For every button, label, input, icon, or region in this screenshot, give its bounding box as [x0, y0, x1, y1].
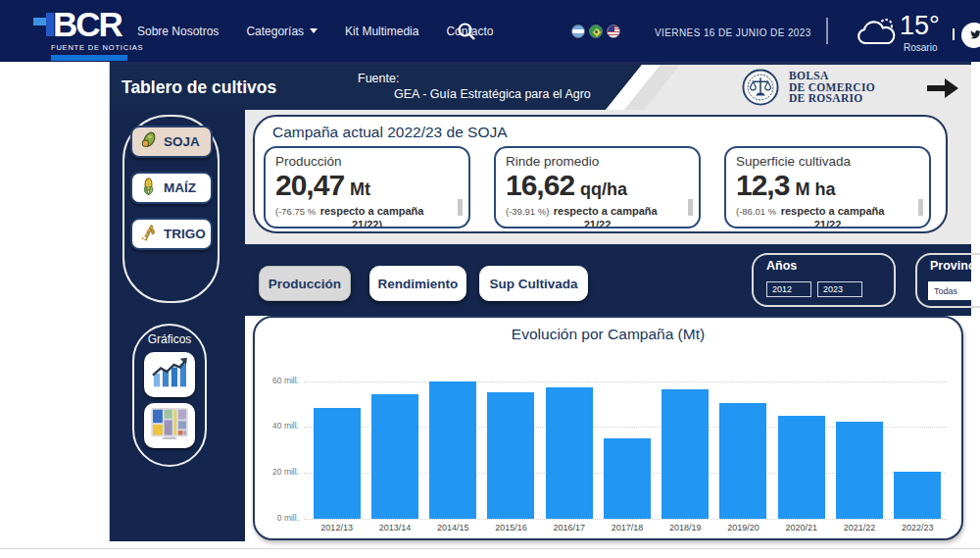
crop-label: MAÍZ: [164, 180, 196, 195]
crop-button-maiz[interactable]: MAÍZ: [130, 172, 213, 204]
years-filter: Años 2012 2023: [752, 253, 896, 307]
bar-slot: 2013/14: [366, 318, 423, 519]
nav-link-sobre-nosotros[interactable]: Sobre Nosotros: [137, 25, 219, 38]
search-icon[interactable]: [457, 22, 476, 41]
argentina-flag-icon[interactable]: [571, 25, 585, 38]
tab-rendimiento[interactable]: Rendimiento: [369, 266, 466, 301]
dashboard-header: Tablero de cultivos Fuente: GEA - Guía E…: [110, 65, 971, 110]
bar-2021/22[interactable]: [836, 422, 883, 519]
chevron-down-icon: [310, 28, 318, 33]
crop-button-trigo[interactable]: TRIGO: [130, 218, 213, 250]
bar-2015/16[interactable]: [487, 392, 534, 519]
rinde-unit: qq/ha: [580, 179, 627, 200]
temperature-value: 15°: [900, 11, 940, 41]
treemap-view-button[interactable]: [144, 403, 195, 448]
nav-link-categorias[interactable]: Categorías: [246, 25, 318, 38]
brazil-flag-icon[interactable]: [589, 25, 603, 38]
weather-city: Rosario: [904, 42, 937, 53]
bar-2022/23[interactable]: [894, 472, 941, 519]
top-navbar: BCR FUENTE DE NOTICIAS Sobre Nosotros Ca…: [0, 0, 980, 62]
superficie-unit: M ha: [795, 179, 835, 200]
wheat-icon: [138, 223, 159, 246]
superficie-value: 12,3: [736, 170, 789, 201]
twitter-icon[interactable]: [961, 23, 980, 48]
tablero-de-cultivos-dashboard: Tablero de cultivos Fuente: GEA - Guía E…: [110, 62, 971, 541]
nav-links: Sobre Nosotros Categorías Kit Multimedia…: [137, 0, 493, 62]
year-to-input[interactable]: 2023: [817, 281, 862, 297]
bcr-seal-icon: [742, 69, 779, 110]
bar-2018/19[interactable]: [662, 389, 709, 519]
usa-flag-icon[interactable]: [607, 25, 620, 38]
bar-2012/13[interactable]: [314, 408, 361, 519]
bar-2013/14[interactable]: [371, 394, 418, 519]
next-arrow-icon[interactable]: [926, 77, 959, 103]
bar-slot: 2018/19: [657, 318, 714, 519]
bar-chart-view-button[interactable]: [144, 352, 195, 397]
logo-tagline: FUENTE DE NOTICIAS: [51, 43, 143, 52]
cloudy-weather-icon: [853, 17, 898, 52]
tab-produccion[interactable]: Producción: [259, 266, 351, 301]
produccion-value: 20,47: [275, 170, 344, 201]
tabs-filters-section: Producción Rendimiento Sup Cultivada Año…: [245, 244, 971, 316]
bar-2014/15[interactable]: [429, 381, 476, 519]
bar-2017/18[interactable]: [604, 438, 651, 519]
card-scrollbar[interactable]: [688, 199, 693, 216]
treemap-icon: [150, 407, 189, 444]
card-scrollbar[interactable]: [458, 199, 463, 216]
campaign-section: Campaña actual 2022/23 de SOJA Producció…: [245, 110, 971, 244]
y-tick-label: 0 mill.: [255, 513, 299, 523]
org-name: BOLSA DE COMERCIO DE ROSARIO: [789, 71, 875, 105]
card-produccion: Producción 20,47 Mt (-76.75 % respecto a…: [264, 146, 470, 228]
gridline-0: [304, 519, 947, 520]
dashboard-title: Tablero de cultivos: [122, 65, 276, 110]
card-scrollbar[interactable]: [918, 199, 923, 216]
bar-2020/21[interactable]: [778, 416, 825, 519]
y-tick-label: 20 mill.: [255, 467, 299, 477]
bar-2019/20[interactable]: [719, 403, 766, 519]
provinces-filter-label: Provincias: [930, 259, 980, 273]
provinces-filter: Provincias Todas: [915, 253, 980, 308]
campaign-panel: Campaña actual 2022/23 de SOJA Producció…: [253, 115, 948, 233]
bar-slot: 2012/13: [308, 318, 366, 519]
soybean-icon: [138, 130, 159, 154]
charts-group-label: Gráficos: [134, 332, 205, 346]
bar-slot: 2016/17: [540, 318, 598, 519]
bar-2016/17[interactable]: [546, 387, 593, 519]
language-flags: [571, 25, 620, 38]
bcr-news-logo[interactable]: BCR FUENTE DE NOTICIAS: [33, 7, 143, 61]
bar-slot: 2017/18: [598, 318, 656, 519]
bar-slot: 2019/20: [714, 318, 772, 519]
bar-slot: 2014/15: [424, 318, 482, 519]
card-rinde-promedio: Rinde promedio 16,62 qq/ha (-39.91 %) re…: [494, 146, 701, 228]
bar-slot: 2020/21: [772, 318, 830, 519]
source-label: Fuente:: [358, 72, 399, 85]
y-tick-label: 40 mill.: [255, 421, 299, 431]
crop-label: SOJA: [164, 134, 200, 149]
corn-icon: [138, 177, 159, 200]
bar-slot: 2022/23: [889, 318, 947, 519]
y-tick-label: 60 mill.: [255, 376, 299, 385]
page-divider: [0, 548, 980, 549]
logo-text: BCR: [53, 7, 122, 42]
nav-link-kit-multimedia[interactable]: Kit Multimedia: [345, 25, 418, 38]
source-value: GEA - Guía Estratégica para el Agro: [394, 87, 591, 101]
card-superficie-cultivada: Superficie cultivada 12,3 M ha (-86.01 %…: [724, 146, 931, 228]
chart-section: Evolución por Campaña (Mt) 60 mill. 40 m…: [245, 316, 971, 541]
social-separator: [953, 28, 955, 40]
crop-label: TRIGO: [164, 227, 206, 241]
tab-sup-cultivada[interactable]: Sup Cultivada: [479, 266, 588, 301]
crop-button-soja[interactable]: SOJA: [130, 126, 213, 158]
screen: BCR FUENTE DE NOTICIAS Sobre Nosotros Ca…: [0, 0, 980, 558]
years-filter-label: Años: [766, 259, 797, 273]
bar-slot: 2015/16: [482, 318, 540, 519]
nav-divider: [826, 18, 828, 44]
produccion-unit: Mt: [350, 179, 370, 200]
campaign-title: Campaña actual 2022/23 de SOJA: [272, 124, 508, 141]
x-tick-label: 2022/23: [883, 523, 953, 533]
trend-bar-chart-icon: [150, 356, 189, 393]
current-date: VIERNES 16 DE JUNIO DE 2023: [655, 27, 811, 38]
bar-slot: 2021/22: [830, 318, 888, 519]
provinces-dropdown[interactable]: Todas: [928, 281, 980, 300]
chart-bars: 2012/132013/142014/152015/162016/172017/…: [308, 318, 947, 519]
year-from-input[interactable]: 2012: [766, 281, 811, 297]
